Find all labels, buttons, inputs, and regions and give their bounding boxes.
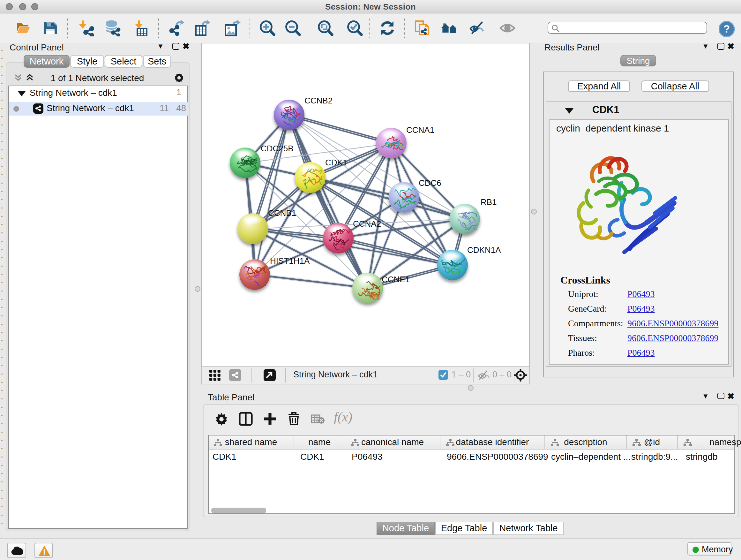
svg-text:?: ? — [724, 23, 730, 35]
